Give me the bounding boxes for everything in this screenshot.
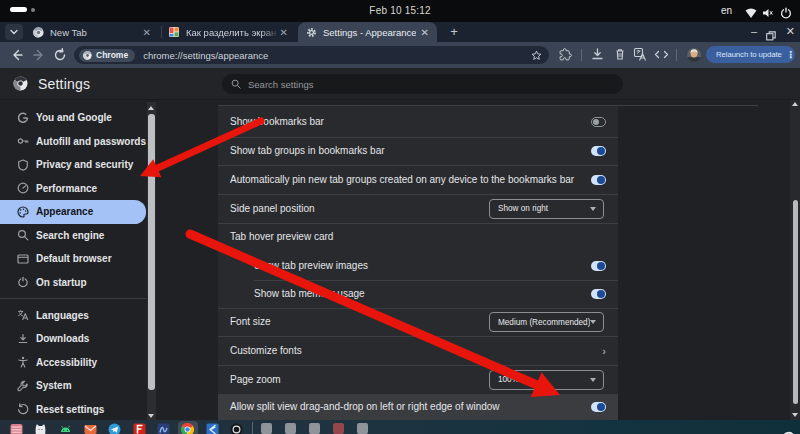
toggle-on[interactable]: [591, 146, 607, 156]
record-app-icon[interactable]: [230, 422, 243, 434]
chevron-right-icon[interactable]: ›: [602, 345, 606, 357]
sidebar-scrollbar-thumb[interactable]: [148, 114, 155, 390]
sidebar-item-default-browser[interactable]: Default browser: [0, 247, 157, 271]
sidebar-item-on-startup[interactable]: On startup: [0, 271, 157, 295]
dropdown-value: 100%: [498, 375, 590, 384]
settings-body: You and GoogleAutofill and passwordsPriv…: [0, 100, 800, 420]
clock[interactable]: Feb 10 15:12: [0, 0, 800, 22]
toggle-on[interactable]: [591, 289, 607, 299]
dropdown-font-size[interactable]: Medium (Recommended): [489, 312, 604, 332]
scroll-down-icon[interactable]: [148, 414, 154, 418]
tab-article[interactable]: Как разделить экран в Б ✕: [164, 22, 294, 42]
tab-search-button[interactable]: [5, 24, 23, 40]
tab-close-icon[interactable]: ✕: [280, 27, 288, 38]
url-text[interactable]: chrome://settings/appearance: [143, 50, 531, 61]
android-app-icon[interactable]: [59, 422, 72, 434]
taskbar-window-tile[interactable]: [261, 423, 272, 434]
tab-title: Как разделить экран в Б: [186, 27, 280, 38]
content-scrollbar[interactable]: [790, 100, 800, 420]
window-close-button[interactable]: ✕: [786, 22, 795, 42]
wrench-icon: [17, 380, 29, 392]
new-tab-button[interactable]: +: [447, 22, 461, 42]
scroll-down-icon[interactable]: [792, 413, 798, 417]
sidebar-item-performance[interactable]: Performance: [0, 177, 157, 201]
tab-settings-active[interactable]: Settings - Appearance ✕: [298, 22, 437, 42]
sidebar-item-languages[interactable]: Languages: [0, 304, 157, 328]
download-icon[interactable]: [590, 47, 606, 63]
tab-separator: [161, 26, 162, 38]
download-icon: [17, 333, 29, 345]
site-chip[interactable]: Chrome: [79, 49, 135, 62]
files-app-icon[interactable]: [10, 422, 23, 434]
sidebar-item-reset-settings[interactable]: Reset settings: [0, 398, 157, 422]
settings-row-allow-split-view-drag-and-drop-on-left-o: Allow split view drag-and-drop on left o…: [218, 394, 618, 420]
design-app-icon[interactable]: [157, 422, 170, 434]
toggle-on[interactable]: [591, 402, 607, 412]
dropdown-caret-icon: [590, 207, 596, 211]
settings-row-customize-fonts: Customize fonts›: [218, 337, 618, 366]
extensions-icon[interactable]: [558, 47, 574, 63]
relaunch-button[interactable]: Relaunch to update ⋮: [706, 46, 795, 63]
toggle-off[interactable]: [591, 117, 607, 127]
reload-icon[interactable]: [52, 47, 68, 63]
tab-new-tab[interactable]: New Tab ✕: [28, 22, 159, 42]
browser-menu-icon[interactable]: ⋮: [786, 49, 796, 60]
taskbar-separator: [252, 422, 253, 434]
bookmark-star-icon[interactable]: [531, 50, 542, 61]
taskbar-window-tile[interactable]: [357, 423, 368, 434]
shield-icon: [17, 159, 29, 171]
wifi-icon[interactable]: [745, 5, 757, 17]
sidebar-item-label: Downloads: [36, 333, 89, 344]
back-icon[interactable]: [9, 47, 25, 63]
volume-icon[interactable]: [762, 5, 774, 17]
f-app-icon[interactable]: [133, 422, 146, 434]
dev-code-icon[interactable]: [654, 47, 670, 63]
sidebar-item-system[interactable]: System: [0, 374, 157, 398]
power-icon[interactable]: [780, 5, 792, 17]
keyboard-layout-indicator[interactable]: en: [721, 0, 732, 22]
sidebar-item-autofill-and-passwords[interactable]: Autofill and passwords: [0, 130, 157, 154]
tab-close-icon[interactable]: ✕: [143, 27, 151, 38]
chrome-app-icon[interactable]: [181, 422, 194, 434]
sidebar-item-accessibility[interactable]: Accessibility: [0, 351, 157, 375]
cat-app-icon[interactable]: [34, 422, 47, 434]
sidebar-item-you-and-google[interactable]: You and Google: [0, 106, 157, 130]
dropdown-side-panel-position[interactable]: Show on right: [489, 199, 604, 219]
sidebar-item-downloads[interactable]: Downloads: [0, 327, 157, 351]
taskbar-window-tile[interactable]: [333, 423, 344, 434]
taskbar-window-tile[interactable]: [309, 423, 320, 434]
sidebar-item-label: Appearance: [36, 206, 93, 217]
profile-avatar[interactable]: [687, 48, 701, 62]
address-bar[interactable]: Chrome chrome://settings/appearance: [74, 46, 549, 64]
tiles-icon: [169, 27, 180, 38]
dropdown-value: Show on right: [498, 204, 590, 213]
content-scrollbar-thumb[interactable]: [793, 200, 798, 404]
toggle-on[interactable]: [591, 175, 607, 185]
scroll-up-icon[interactable]: [148, 106, 154, 110]
sidebar-item-label: On startup: [36, 277, 87, 288]
dropdown-page-zoom[interactable]: 100%: [489, 370, 604, 390]
tab-close-icon[interactable]: ✕: [421, 27, 429, 38]
delete-icon[interactable]: [613, 47, 629, 63]
translate-icon[interactable]: [633, 47, 649, 63]
window-minimize-button[interactable]: –: [751, 22, 757, 42]
toggle-on[interactable]: [591, 261, 607, 271]
settings-row-show-tab-groups-in-bookmarks-bar: Show tab groups in bookmarks bar: [218, 137, 618, 166]
telegram-app-icon[interactable]: [108, 422, 121, 434]
settings-search-field[interactable]: Search settings: [222, 74, 623, 94]
sidebar-item-appearance[interactable]: Appearance: [0, 200, 146, 224]
scroll-up-icon[interactable]: [792, 102, 798, 106]
settings-title: Settings: [38, 68, 90, 100]
dropdown-caret-icon: [590, 378, 596, 382]
taskbar-window-tile[interactable]: [285, 423, 296, 434]
toggle-knob: [597, 403, 605, 411]
swirl-tray-icon[interactable]: [782, 426, 795, 434]
setting-label: Allow split view drag-and-drop on left o…: [230, 401, 500, 413]
code-app-icon[interactable]: [206, 422, 219, 434]
sidebar-item-search-engine[interactable]: Search engine: [0, 224, 157, 248]
google-g-icon: [17, 112, 29, 124]
mail-app-icon[interactable]: [84, 422, 97, 434]
forward-icon[interactable]: [31, 47, 47, 63]
sidebar-item-privacy-and-security[interactable]: Privacy and security: [0, 153, 157, 177]
sidebar-scrollbar[interactable]: [147, 102, 157, 421]
